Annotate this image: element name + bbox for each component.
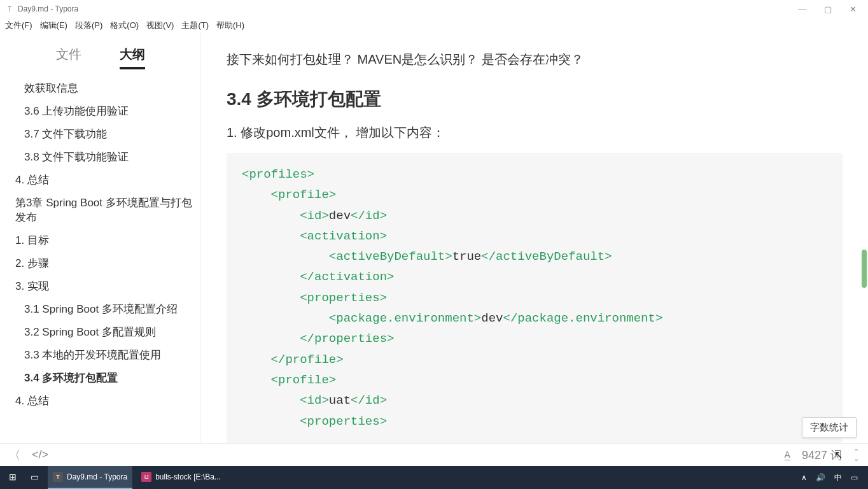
menubar: 文件(F) 编辑(E) 段落(P) 格式(O) 视图(V) 主题(T) 帮助(H…	[0, 18, 868, 33]
outline-item[interactable]: 2. 步骤	[0, 252, 200, 275]
word-count[interactable]: 9427 词	[802, 448, 842, 463]
task-view-button[interactable]: ▭	[25, 466, 44, 489]
close-button[interactable]: ✕	[850, 4, 857, 14]
tray-notifications-icon[interactable]: ▭	[851, 473, 858, 482]
tab-files[interactable]: 文件	[56, 46, 81, 69]
taskbar-label: Day9.md - Typora	[67, 472, 127, 481]
taskbar-item-intellij[interactable]: IJ bulls-stock [E:\Ba...	[136, 466, 226, 489]
system-tray: ∧ 🔊 中 ▭	[801, 472, 864, 483]
code-block[interactable]: <profiles> <profile> <id>dev</id> <activ…	[227, 153, 843, 443]
start-button[interactable]: ⊞	[4, 466, 22, 489]
typora-icon: T	[53, 472, 63, 482]
taskbar: ⊞ ▭ T Day9.md - Typora IJ bulls-stock [E…	[0, 466, 868, 489]
menu-paragraph[interactable]: 段落(P)	[75, 20, 102, 31]
scrollbar-thumb[interactable]	[862, 250, 867, 288]
sidebar-tabs: 文件 大纲	[0, 33, 200, 74]
sidebar: 文件 大纲 效获取信息3.6 上传功能使用验证3.7 文件下载功能3.8 文件下…	[0, 33, 201, 443]
outline-item[interactable]: 3.2 Spring Boot 多配置规则	[0, 321, 200, 344]
font-icon[interactable]: A	[785, 450, 790, 460]
taskbar-item-typora[interactable]: T Day9.md - Typora	[48, 466, 132, 489]
word-count-tooltip: 字数统计	[802, 417, 857, 438]
app-icon: T	[5, 4, 14, 13]
outline-item[interactable]: 3.4 多环境打包配置	[0, 367, 200, 390]
outline-item[interactable]: 第3章 Spring Boot 多环境配置与打包发布	[0, 192, 200, 229]
menu-format[interactable]: 格式(O)	[110, 20, 139, 31]
titlebar: T Day9.md - Typora — ▢ ✕	[0, 0, 868, 18]
menu-help[interactable]: 帮助(H)	[216, 20, 244, 31]
updown-icon[interactable]: ⌃⌄	[853, 448, 859, 462]
intellij-icon: IJ	[141, 472, 151, 482]
outline-item[interactable]: 3. 实现	[0, 275, 200, 298]
outline-item[interactable]: 4. 总结	[0, 169, 200, 192]
content-list-item[interactable]: 1. 修改pom.xml文件， 增加以下内容：	[227, 124, 843, 141]
outline-item[interactable]: 3.8 文件下载功能验证	[0, 146, 200, 169]
outline-item[interactable]: 4. 总结	[0, 390, 200, 413]
taskbar-label: bulls-stock [E:\Ba...	[155, 472, 221, 481]
source-code-icon[interactable]: </>	[32, 448, 48, 462]
outline-list[interactable]: 效获取信息3.6 上传功能使用验证3.7 文件下载功能3.8 文件下载功能验证4…	[0, 74, 200, 443]
maximize-button[interactable]: ▢	[824, 4, 832, 14]
window-title: Day9.md - Typora	[18, 4, 78, 13]
menu-view[interactable]: 视图(V)	[146, 20, 174, 31]
content-heading[interactable]: 3.4 多环境打包配置	[227, 87, 843, 111]
window-controls: — ▢ ✕	[798, 4, 863, 14]
menu-file[interactable]: 文件(F)	[5, 20, 32, 31]
outline-item[interactable]: 3.3 本地的开发环境配置使用	[0, 344, 200, 367]
tab-outline[interactable]: 大纲	[120, 46, 145, 69]
outline-item[interactable]: 效获取信息	[0, 77, 200, 100]
tray-chevron-icon[interactable]: ∧	[801, 473, 807, 482]
outline-item[interactable]: 3.6 上传功能使用验证	[0, 100, 200, 123]
menu-edit[interactable]: 编辑(E)	[40, 20, 67, 31]
nav-back-icon[interactable]: 〈	[9, 448, 20, 463]
statusbar: 〈 </> A 9427 词 ⌃⌄	[0, 443, 868, 466]
editor-content[interactable]: 接下来如何打包处理？ MAVEN是怎么识别？ 是否会存在冲突？ 3.4 多环境打…	[201, 33, 868, 443]
outline-item[interactable]: 1. 目标	[0, 229, 200, 252]
minimize-button[interactable]: —	[798, 4, 806, 14]
tray-volume-icon[interactable]: 🔊	[816, 473, 825, 482]
tray-ime-icon[interactable]: 中	[834, 472, 842, 483]
main-area: 文件 大纲 效获取信息3.6 上传功能使用验证3.7 文件下载功能3.8 文件下…	[0, 33, 868, 443]
content-intro[interactable]: 接下来如何打包处理？ MAVEN是怎么识别？ 是否会存在冲突？	[227, 51, 843, 68]
outline-item[interactable]: 3.1 Spring Boot 多环境配置介绍	[0, 298, 200, 321]
menu-theme[interactable]: 主题(T)	[181, 20, 209, 31]
outline-item[interactable]: 3.7 文件下载功能	[0, 123, 200, 146]
